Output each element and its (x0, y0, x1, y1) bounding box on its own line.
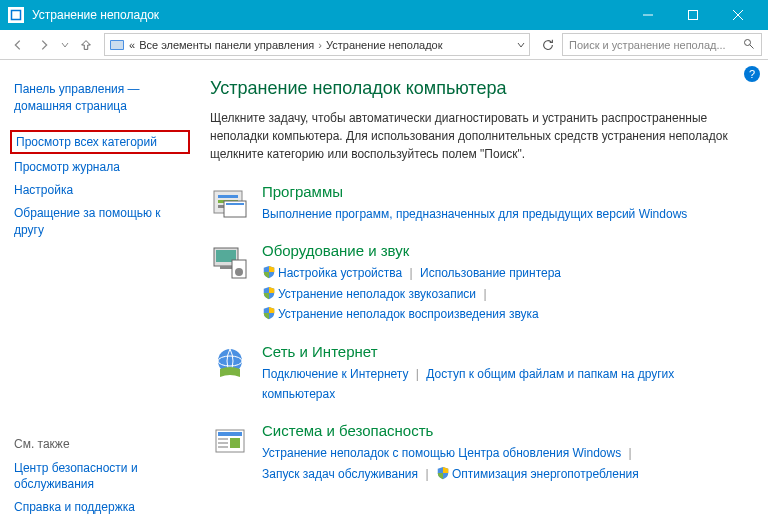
system-icon (210, 422, 250, 462)
window-titlebar: Устранение неполадок (0, 0, 768, 30)
svg-point-20 (235, 268, 243, 276)
back-button[interactable] (6, 33, 30, 57)
category-programs: Программы Выполнение программ, предназна… (210, 183, 748, 224)
sidebar-all-categories[interactable]: Просмотр всех категорий (10, 130, 190, 155)
history-dropdown[interactable] (58, 41, 72, 49)
svg-rect-11 (218, 195, 238, 198)
shield-icon (262, 265, 276, 279)
svg-rect-18 (220, 266, 232, 269)
category-system-title[interactable]: Система и безопасность (262, 422, 748, 439)
link-internet-connection[interactable]: Подключение к Интернету (262, 367, 409, 381)
breadcrumb-back[interactable]: « (129, 39, 135, 51)
hardware-icon (210, 242, 250, 282)
sidebar-security-center[interactable]: Центр безопасности и обслуживания (14, 457, 186, 497)
shield-icon (262, 306, 276, 320)
category-hardware-title[interactable]: Оборудование и звук (262, 242, 748, 259)
sidebar-settings[interactable]: Настройка (14, 179, 186, 202)
maximize-button[interactable] (670, 0, 715, 30)
link-use-printer[interactable]: Использование принтера (420, 266, 561, 280)
sidebar-view-log[interactable]: Просмотр журнала (14, 156, 186, 179)
search-icon (743, 38, 755, 52)
navigation-bar: « Все элементы панели управления › Устра… (0, 30, 768, 60)
refresh-button[interactable] (536, 33, 560, 56)
page-heading: Устранение неполадок компьютера (210, 78, 748, 99)
sidebar: Панель управления — домашняя страница Пр… (0, 60, 200, 518)
window-title: Устранение неполадок (32, 8, 159, 22)
link-audio-playback[interactable]: Устранение неполадок воспроизведения зву… (278, 307, 539, 321)
address-bar[interactable]: « Все элементы панели управления › Устра… (104, 33, 530, 56)
category-network-title[interactable]: Сеть и Интернет (262, 343, 748, 360)
sidebar-home[interactable]: Панель управления — домашняя страница (14, 78, 186, 118)
shield-icon (262, 286, 276, 300)
main-content: Устранение неполадок компьютера Щелкните… (200, 60, 768, 518)
shield-icon (436, 466, 450, 480)
programs-icon (210, 183, 250, 223)
help-icon[interactable]: ? (744, 66, 760, 82)
breadcrumb-current[interactable]: Устранение неполадок (326, 39, 443, 51)
up-button[interactable] (74, 33, 98, 57)
svg-rect-15 (226, 203, 244, 205)
search-input[interactable]: Поиск и устранение неполад... (562, 33, 762, 56)
breadcrumb-all-items[interactable]: Все элементы панели управления (139, 39, 314, 51)
svg-rect-3 (688, 11, 697, 20)
link-power-optimization[interactable]: Оптимизация энергопотребления (452, 467, 639, 481)
svg-rect-25 (218, 438, 228, 440)
svg-rect-24 (218, 432, 242, 436)
link-configure-device[interactable]: Настройка устройства (278, 266, 402, 280)
svg-rect-7 (111, 41, 123, 49)
svg-rect-28 (230, 438, 240, 448)
category-network: Сеть и Интернет Подключение к Интернету … (210, 343, 748, 405)
search-placeholder: Поиск и устранение неполад... (569, 39, 726, 51)
category-programs-title[interactable]: Программы (262, 183, 748, 200)
category-system: Система и безопасность Устранение непола… (210, 422, 748, 484)
close-button[interactable] (715, 0, 760, 30)
sidebar-ask-friend[interactable]: Обращение за помощью к другу (14, 202, 186, 242)
link-maintenance[interactable]: Запуск задач обслуживания (262, 467, 418, 481)
svg-rect-27 (218, 446, 228, 448)
page-description: Щелкните задачу, чтобы автоматически диа… (210, 109, 748, 163)
link-audio-recording[interactable]: Устранение неполадок звукозаписи (278, 287, 476, 301)
app-icon (8, 7, 24, 23)
network-icon (210, 343, 250, 383)
link-compat-programs[interactable]: Выполнение программ, предназначенных для… (262, 207, 687, 221)
svg-line-9 (750, 44, 754, 48)
link-windows-update[interactable]: Устранение неполадок с помощью Центра об… (262, 446, 621, 460)
address-dropdown-icon[interactable] (517, 39, 525, 51)
sidebar-help-support[interactable]: Справка и поддержка (14, 496, 186, 518)
svg-point-8 (745, 39, 751, 45)
breadcrumb-separator: › (318, 39, 322, 51)
svg-rect-1 (12, 11, 20, 19)
forward-button[interactable] (32, 33, 56, 57)
see-also-header: См. также (14, 437, 186, 451)
category-hardware: Оборудование и звук Настройка устройства… (210, 242, 748, 324)
svg-rect-26 (218, 442, 228, 444)
control-panel-icon (109, 37, 125, 53)
minimize-button[interactable] (625, 0, 670, 30)
